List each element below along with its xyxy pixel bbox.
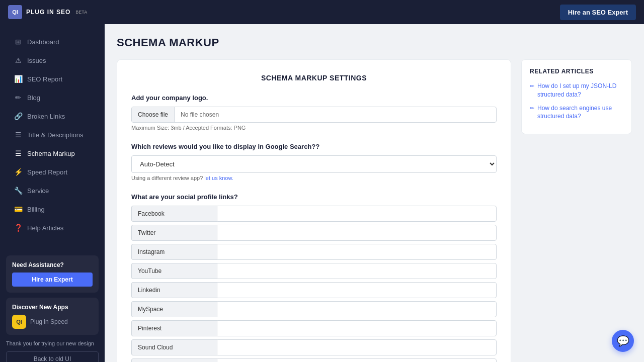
hire-expert-button[interactable]: Hire an Expert [12, 273, 93, 287]
sidebar-label-blog: Blog [27, 94, 40, 102]
plugin-name: Plug in Speed [30, 318, 68, 325]
social-label: What are your social profile links? [131, 193, 497, 201]
social-input-twitter[interactable] [217, 225, 497, 241]
sidebar-item-schema-markup[interactable]: ☰Schema Markup [4, 144, 101, 162]
sidebar-item-dashboard[interactable]: ⊞Dashboard [4, 33, 101, 51]
logo: QI PLUG IN SEO BETA [8, 5, 87, 19]
assistance-title: Need Assistance? [12, 261, 93, 268]
sidebar-label-title-descriptions: Title & Descriptions [27, 131, 84, 139]
social-row: Facebook [131, 206, 497, 222]
layout: ⊞Dashboard⚠Issues📊SEO Report✏Blog🔗Broken… [0, 24, 644, 362]
reviews-hint: Using a different review app? let us kno… [131, 175, 497, 181]
sidebar-item-seo-report[interactable]: 📊SEO Report [4, 70, 101, 88]
topbar: QI PLUG IN SEO BETA Hire an SEO Expert [0, 0, 644, 24]
sidebar-label-speed-report: Speed Report [27, 168, 67, 176]
sidebar-label-broken-links: Broken Links [27, 113, 65, 120]
sidebar-label-seo-report: SEO Report [27, 75, 62, 83]
sidebar-icon-schema-markup: ☰ [14, 149, 22, 157]
sidebar-icon-title-descriptions: ☰ [14, 131, 22, 139]
sidebar-icon-seo-report: 📊 [14, 75, 22, 83]
social-row: Linkedin [131, 282, 497, 298]
social-section: What are your social profile links? Face… [131, 193, 497, 362]
sidebar-item-speed-report[interactable]: ⚡Speed Report [4, 163, 101, 181]
reviews-hint-link[interactable]: let us know. [204, 175, 233, 181]
sidebar-item-billing[interactable]: 💳Billing [4, 200, 101, 218]
social-input-youtube[interactable] [217, 263, 497, 279]
logo-section: Add your company logo. Choose file No fi… [131, 94, 497, 131]
sidebar-icon-blog: ✏ [14, 94, 22, 102]
article-link-text-1: How do search engines use structured dat… [537, 104, 623, 121]
content-area: SCHEMA MARKUP SETTINGS Add your company … [117, 59, 632, 362]
sidebar-icon-speed-report: ⚡ [14, 168, 22, 176]
sidebar-item-broken-links[interactable]: 🔗Broken Links [4, 107, 101, 125]
social-field-label-4: Linkedin [131, 282, 217, 298]
social-input-sound-cloud[interactable] [217, 339, 497, 355]
sidebar-label-schema-markup: Schema Markup [27, 150, 75, 157]
sidebar-icon-help-articles: ❓ [14, 224, 22, 232]
right-panel: RELATED ARTICLES ✏How do I set up my JSO… [521, 59, 632, 362]
discover-title: Discover New Apps [12, 304, 93, 311]
social-row: Twitter [131, 225, 497, 241]
social-row: Tumblr [131, 358, 497, 362]
sidebar: ⊞Dashboard⚠Issues📊SEO Report✏Blog🔗Broken… [0, 24, 105, 362]
social-input-myspace[interactable] [217, 301, 497, 317]
sidebar-nav: ⊞Dashboard⚠Issues📊SEO Report✏Blog🔗Broken… [0, 24, 105, 245]
logo-icon: QI [8, 5, 22, 19]
sidebar-icon-broken-links: 🔗 [14, 112, 22, 120]
hire-expert-top-button[interactable]: Hire an SEO Expert [560, 5, 636, 20]
article-link-text-0: How do I set up my JSON-LD structured da… [537, 82, 623, 99]
reviews-label: Which reviews would you like to display … [131, 143, 497, 150]
social-input-facebook[interactable] [217, 206, 497, 222]
social-row: Sound Cloud [131, 339, 497, 355]
back-to-old-button[interactable]: Back to old UI [6, 351, 99, 362]
article-link-0[interactable]: ✏How do I set up my JSON-LD structured d… [530, 82, 623, 99]
social-row: YouTube [131, 263, 497, 279]
social-field-label-7: Sound Cloud [131, 339, 217, 355]
main-panel: SCHEMA MARKUP SETTINGS Add your company … [117, 59, 511, 362]
article-link-1[interactable]: ✏How do search engines use structured da… [530, 104, 623, 121]
sidebar-item-issues[interactable]: ⚠Issues [4, 51, 101, 69]
beta-label: BETA [75, 10, 87, 15]
sidebar-label-billing: Billing [27, 206, 45, 213]
assistance-card: Need Assistance? Hire an Expert [6, 255, 99, 293]
social-field-label-2: Instagram [131, 244, 217, 260]
plugin-icon: QI [12, 315, 26, 329]
reviews-dropdown[interactable]: Auto-Detect [131, 155, 497, 173]
sidebar-icon-issues: ⚠ [14, 56, 22, 64]
sidebar-icon-billing: 💳 [14, 205, 22, 213]
social-field-label-8: Tumblr [131, 358, 217, 362]
panel-title: SCHEMA MARKUP SETTINGS [131, 74, 497, 82]
logo-text: PLUG IN SEO [26, 9, 70, 16]
sidebar-item-help-articles[interactable]: ❓Help Articles [4, 219, 101, 237]
article-link-icon-0: ✏ [530, 82, 534, 90]
discover-card: Discover New Apps QI Plug in Speed [6, 298, 99, 335]
article-link-icon-1: ✏ [530, 105, 534, 112]
social-input-tumblr[interactable] [217, 358, 497, 362]
sidebar-item-service[interactable]: 🔧Service [4, 182, 101, 200]
social-input-pinterest[interactable] [217, 320, 497, 336]
sidebar-label-help-articles: Help Articles [27, 224, 63, 232]
logo-label: Add your company logo. [131, 94, 497, 102]
social-input-instagram[interactable] [217, 244, 497, 260]
reviews-section: Which reviews would you like to display … [131, 143, 497, 181]
social-row: Instagram [131, 244, 497, 260]
social-input-linkedin[interactable] [217, 282, 497, 298]
sidebar-icon-service: 🔧 [14, 187, 22, 195]
file-hint: Maximum Size: 3mb / Accepted Formats: PN… [131, 125, 497, 131]
sidebar-bottom: Need Assistance? Hire an Expert Discover… [0, 249, 105, 362]
sidebar-icon-dashboard: ⊞ [14, 38, 22, 46]
sidebar-label-issues: Issues [27, 57, 46, 64]
related-articles-card: RELATED ARTICLES ✏How do I set up my JSO… [521, 59, 632, 134]
social-field-label-3: YouTube [131, 263, 217, 279]
sidebar-item-title-descriptions[interactable]: ☰Title & Descriptions [4, 126, 101, 144]
thank-you-text: Thank you for trying our new design [6, 340, 99, 347]
social-field-label-5: MySpace [131, 301, 217, 317]
sidebar-label-service: Service [27, 187, 49, 195]
plugin-item: QI Plug in Speed [12, 315, 93, 329]
file-upload-row: Choose file No file chosen [131, 107, 497, 123]
social-row: Pinterest [131, 320, 497, 336]
chat-button[interactable]: 💬 [612, 330, 634, 352]
social-grid: Facebook Twitter Instagram YouTube Linke… [131, 206, 497, 362]
sidebar-item-blog[interactable]: ✏Blog [4, 88, 101, 107]
choose-file-button[interactable]: Choose file [132, 107, 175, 122]
